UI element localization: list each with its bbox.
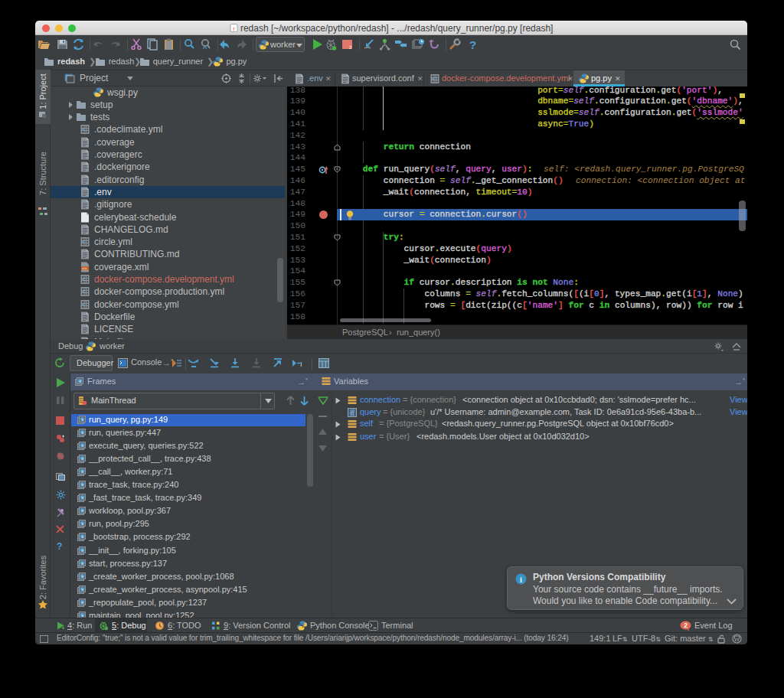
svg-text:i: i <box>520 576 522 584</box>
svg-text:2: 2 <box>684 621 688 629</box>
svg-text:01: 01 <box>350 413 354 416</box>
svg-text:A: A <box>203 44 207 51</box>
svg-text:I: I <box>300 360 302 368</box>
svg-text:r: r <box>233 25 235 32</box>
